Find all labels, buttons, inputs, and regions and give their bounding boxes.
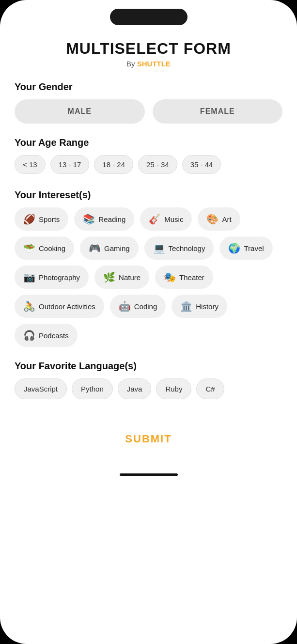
interest-travel-label: Travel (244, 244, 264, 252)
interest-music-emoji: 🎸 (149, 213, 161, 225)
notch (110, 9, 188, 25)
app-title: MULTISELECT FORM (15, 40, 282, 58)
interest-nature-button[interactable]: 🌿Nature (94, 266, 149, 289)
interest-photography-label: Photography (39, 273, 80, 282)
interest-music-label: Music (164, 215, 183, 223)
interest-technology-button[interactable]: 💻Technology (144, 236, 214, 260)
home-indicator (120, 473, 178, 476)
interest-art-emoji: 🎨 (206, 213, 219, 225)
interest-art-button[interactable]: 🎨Art (198, 207, 240, 231)
interest-reading-label: Reading (98, 215, 125, 223)
interest-travel-button[interactable]: 🌍Travel (219, 236, 272, 260)
interest-theater-button[interactable]: 🎭Theater (155, 266, 213, 289)
interest-photography-emoji: 📷 (23, 271, 35, 283)
age-13-17-button[interactable]: 13 - 17 (50, 155, 90, 174)
interest-music-button[interactable]: 🎸Music (140, 207, 192, 231)
interests-section: Your Intereset(s) 🏈Sports📚Reading🎸Music🎨… (15, 189, 282, 347)
interest-outdoor-activities-label: Outdoor Activities (39, 302, 95, 311)
interest-sports-emoji: 🏈 (23, 213, 35, 225)
lang-python-button[interactable]: Python (72, 378, 113, 399)
lang-ruby-button[interactable]: Ruby (156, 378, 191, 399)
interest-reading-emoji: 📚 (83, 213, 95, 225)
age-18-24-button[interactable]: 18 - 24 (94, 155, 133, 174)
interest-theater-emoji: 🎭 (164, 271, 176, 283)
interest-coding-label: Coding (134, 302, 157, 311)
by-text: By (126, 60, 135, 68)
interest-coding-button[interactable]: 🤖Coding (110, 295, 166, 318)
by-line: By SHUTTLE (15, 60, 282, 68)
age-lt13-button[interactable]: < 13 (15, 155, 46, 174)
age-range-section: Your Age Range < 13 13 - 17 18 - 24 25 -… (15, 137, 282, 176)
gender-female-button[interactable]: FEMALE (153, 99, 283, 124)
submit-button[interactable]: SUBMIT (15, 424, 282, 450)
languages-row: JavaScript Python Java Ruby C# (15, 378, 282, 401)
interest-history-emoji: 🏛️ (180, 300, 192, 312)
interest-outdoor-activities-button[interactable]: 🚴Outdoor Activities (15, 295, 104, 318)
age-35-44-button[interactable]: 35 - 44 (182, 155, 221, 174)
interest-cooking-emoji: 🥗 (23, 242, 35, 254)
age-range-label: Your Age Range (15, 137, 282, 148)
interest-art-label: Art (222, 215, 231, 223)
interest-outdoor-activities-emoji: 🚴 (23, 300, 35, 312)
interest-photography-button[interactable]: 📷Photography (15, 266, 89, 289)
interest-cooking-button[interactable]: 🥗Cooking (15, 236, 74, 260)
interest-technology-emoji: 💻 (153, 242, 165, 254)
interest-nature-emoji: 🌿 (103, 271, 115, 283)
lang-csharp-button[interactable]: C# (196, 378, 224, 399)
lang-java-button[interactable]: Java (118, 378, 152, 399)
divider (15, 415, 282, 415)
phone-frame: MULTISELECT FORM By SHUTTLE Your Gender … (0, 0, 297, 644)
gender-section: Your Gender MALE FEMALE (15, 81, 282, 124)
interest-gaming-emoji: 🎮 (89, 242, 101, 254)
gender-row: MALE FEMALE (15, 99, 282, 124)
interest-coding-emoji: 🤖 (119, 300, 131, 312)
languages-section: Your Favorite Language(s) JavaScript Pyt… (15, 361, 282, 401)
interest-podcasts-emoji: 🎧 (23, 330, 35, 341)
interest-sports-button[interactable]: 🏈Sports (15, 207, 68, 231)
interests-wrap: 🏈Sports📚Reading🎸Music🎨Art🥗Cooking🎮Gaming… (15, 207, 282, 347)
interest-history-button[interactable]: 🏛️History (172, 295, 227, 318)
interest-podcasts-label: Podcasts (39, 331, 69, 340)
interest-reading-button[interactable]: 📚Reading (74, 207, 134, 231)
interests-label: Your Intereset(s) (15, 189, 282, 201)
brand-name: SHUTTLE (137, 60, 171, 68)
interest-history-label: History (196, 302, 219, 311)
interest-sports-label: Sports (39, 215, 60, 223)
interest-cooking-label: Cooking (39, 244, 65, 252)
lang-javascript-button[interactable]: JavaScript (15, 378, 67, 399)
content-area: MULTISELECT FORM By SHUTTLE Your Gender … (0, 25, 297, 470)
interest-theater-label: Theater (179, 273, 204, 282)
age-range-row: < 13 13 - 17 18 - 24 25 - 34 35 - 44 (15, 155, 282, 176)
interest-gaming-label: Gaming (104, 244, 130, 252)
interest-travel-emoji: 🌍 (228, 242, 240, 254)
age-25-34-button[interactable]: 25 - 34 (138, 155, 177, 174)
gender-male-button[interactable]: MALE (15, 99, 145, 124)
gender-label: Your Gender (15, 81, 282, 93)
interest-podcasts-button[interactable]: 🎧Podcasts (15, 324, 78, 347)
interest-technology-label: Technology (169, 244, 205, 252)
languages-label: Your Favorite Language(s) (15, 361, 282, 372)
interest-nature-label: Nature (119, 273, 141, 282)
interest-gaming-button[interactable]: 🎮Gaming (80, 236, 139, 260)
